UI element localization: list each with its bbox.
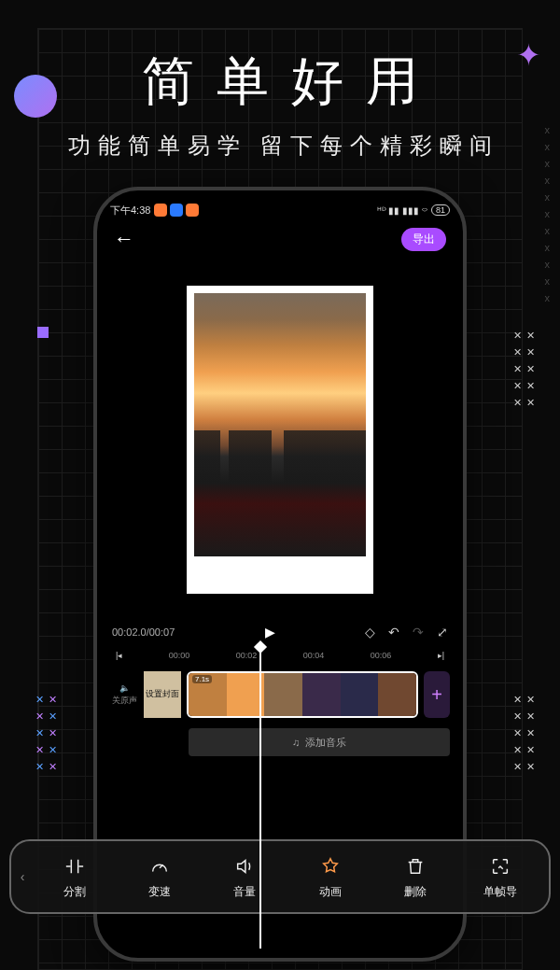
speaker-icon: 🔈 (119, 683, 130, 693)
add-clip-button[interactable]: + (424, 671, 450, 718)
export-button[interactable]: 导出 (401, 228, 446, 251)
export-frame-tool[interactable]: 单帧导 (458, 854, 543, 900)
status-app-icons (154, 204, 199, 217)
playback-time: 00:02.0/00:07 (112, 626, 175, 638)
timeline-ruler[interactable]: |◂ 00:00 00:02 00:04 00:06 ▸| (110, 648, 450, 663)
speed-tool[interactable]: 变速 (117, 854, 202, 900)
playback-bar: 00:02.0/00:07 ▶ ◇ ↶ ↷ ⤢ (110, 620, 450, 644)
clip-duration-label: 7.1s (192, 675, 212, 683)
video-preview[interactable] (110, 267, 450, 612)
edit-toolbar: ‹ 分割 变速 音量 动画 删除 单帧导 (9, 839, 551, 914)
keyframe-icon[interactable]: ◇ (365, 625, 375, 640)
back-arrow-icon[interactable]: ← (114, 227, 134, 251)
split-icon (64, 854, 85, 879)
signal-icon: ᴴᴰ ▮▮ ▮▮▮ ⌔ (377, 205, 427, 216)
speedometer-icon (149, 854, 170, 879)
clip-strip[interactable]: 7.1s (187, 671, 418, 718)
tool-label: 音量 (233, 884, 256, 900)
undo-icon[interactable]: ↶ (388, 625, 399, 640)
clip-thumbnail[interactable] (302, 673, 341, 716)
battery-indicator: 81 (431, 204, 450, 216)
hero-subtitle: 功能简单易学 留下每个精彩瞬间 (0, 131, 560, 161)
tool-label: 单帧导 (483, 884, 517, 900)
ruler-mark: 00:04 (303, 651, 325, 660)
mute-label: 关原声 (112, 695, 137, 707)
fullscreen-icon[interactable]: ⤢ (437, 625, 448, 640)
animation-tool[interactable]: 动画 (287, 854, 372, 900)
top-bar: ← 导出 (110, 220, 450, 258)
add-music-button[interactable]: ♫ 添加音乐 (189, 728, 450, 756)
volume-tool[interactable]: 音量 (203, 854, 287, 900)
volume-icon (234, 854, 255, 879)
frame-export-icon (490, 854, 511, 879)
mute-original-button[interactable]: 🔈 关原声 (110, 683, 138, 707)
ruler-mark: 00:00 (169, 651, 190, 660)
ruler-mark: 00:02 (236, 651, 258, 660)
clip-thumbnail[interactable] (341, 673, 379, 716)
trash-icon (405, 854, 426, 879)
redo-icon[interactable]: ↷ (413, 625, 424, 640)
decorative-x-column: ✕ ✕✕ ✕✕ ✕✕ ✕✕ ✕ (513, 327, 536, 411)
preview-frame (187, 286, 373, 594)
playhead[interactable] (259, 646, 261, 949)
clip-thumbnail[interactable] (264, 673, 302, 716)
hero-title: 简单好用 (0, 47, 560, 118)
skip-start-icon[interactable]: |◂ (116, 651, 122, 660)
set-cover-button[interactable]: 设置封面 (144, 671, 181, 718)
tool-label: 动画 (319, 884, 342, 900)
add-music-label: 添加音乐 (305, 736, 346, 750)
toolbar-back-icon[interactable]: ‹ (13, 869, 32, 884)
tool-label: 删除 (404, 884, 427, 900)
ruler-mark: 00:06 (371, 651, 392, 660)
decorative-x-column: ✕ ✕✕ ✕✕ ✕✕ ✕✕ ✕ (513, 691, 536, 775)
play-button-icon[interactable]: ▶ (265, 625, 275, 640)
decorative-x-column: ✕ ✕✕ ✕✕ ✕✕ ✕✕ ✕ (35, 691, 58, 775)
status-bar: 下午4:38 ᴴᴰ ▮▮ ▮▮▮ ⌔ 81 (110, 200, 450, 220)
music-note-icon: ♫ (292, 737, 300, 748)
preview-image (194, 293, 366, 556)
tool-label: 分割 (63, 884, 86, 900)
status-time: 下午4:38 (110, 204, 150, 218)
clip-thumbnail[interactable] (378, 673, 416, 716)
star-icon (320, 854, 341, 879)
tool-label: 变速 (148, 884, 171, 900)
split-tool[interactable]: 分割 (32, 854, 117, 900)
timeline-row: 🔈 关原声 设置封面 7.1s + (110, 668, 450, 721)
delete-tool[interactable]: 删除 (372, 854, 457, 900)
decorative-square (37, 327, 49, 338)
skip-end-icon[interactable]: ▸| (438, 651, 444, 660)
